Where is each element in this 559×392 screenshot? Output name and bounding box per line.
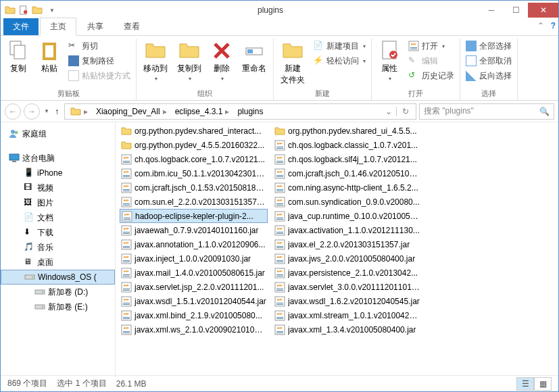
tab-file[interactable]: 文件 bbox=[3, 18, 39, 35]
up-button[interactable]: ↑ bbox=[52, 107, 62, 116]
tab-view[interactable]: 查看 bbox=[114, 18, 149, 35]
qat-newfolder-icon[interactable] bbox=[32, 5, 43, 16]
search-input[interactable]: 搜索 "plugins" 🔍 bbox=[419, 103, 554, 120]
file-item[interactable]: com.sun.el_2.2.0.v201303151357.j... bbox=[120, 195, 268, 209]
file-item[interactable]: javax.persistence_2.1.0.v2013042... bbox=[273, 266, 421, 280]
file-item[interactable]: com.ning.async-http-client_1.6.5.2... bbox=[273, 180, 421, 195]
group-new: 新建 bbox=[276, 89, 368, 100]
breadcrumb-dropdown[interactable]: ⌄ bbox=[381, 107, 396, 116]
file-item[interactable]: com.jcraft.jsch_0.1.46.v2012051020... bbox=[273, 166, 421, 180]
recent-dropdown[interactable]: ▼ bbox=[44, 108, 49, 114]
invert-button[interactable]: 反向选择 bbox=[463, 68, 514, 83]
selectall-button[interactable]: 全部选择 bbox=[463, 39, 514, 53]
refresh-button[interactable]: ↻ bbox=[396, 107, 414, 116]
tree-videos[interactable]: 🎞视频 bbox=[1, 180, 115, 195]
file-item[interactable]: javaewah_0.7.9.v20140101160.jar bbox=[120, 223, 268, 237]
back-button[interactable]: ← bbox=[5, 103, 21, 120]
file-name: org.python.pydev.shared_interact... bbox=[135, 126, 261, 136]
tree-drive-e[interactable]: 新加卷 (E:) bbox=[1, 299, 115, 314]
tree-homegroup[interactable]: 家庭组 bbox=[1, 126, 115, 141]
svg-point-8 bbox=[24, 10, 27, 14]
newfolder-button[interactable]: 新建 文件夹 bbox=[276, 39, 309, 87]
file-item[interactable]: javax.xml.stream_1.0.1.v20100427... bbox=[273, 308, 421, 322]
file-name: com.sun.el_2.2.0.v201303151357.j... bbox=[135, 197, 266, 207]
status-selection: 选中 1 个项目 bbox=[57, 378, 106, 389]
copy-button[interactable]: 复制 bbox=[3, 39, 33, 76]
file-item[interactable]: javax.jws_2.0.0.v201005080400.jar bbox=[273, 251, 421, 266]
file-item[interactable]: com.ibm.icu_50.1.1.v201304230130... bbox=[120, 166, 268, 180]
file-item[interactable]: javax.xml.ws_2.1.0.v200902101052... bbox=[120, 322, 268, 337]
easyaccess-button[interactable]: ⚡轻松访问▾ bbox=[310, 53, 368, 68]
open-button[interactable]: 打开▾ bbox=[406, 39, 457, 53]
view-details-button[interactable]: ☰ bbox=[516, 377, 534, 391]
folder-icon[interactable] bbox=[5, 5, 16, 16]
cut-button[interactable]: ✂剪切 bbox=[66, 39, 133, 53]
delete-button[interactable]: 删除▾ bbox=[207, 39, 237, 83]
minimize-button[interactable]: ─ bbox=[479, 3, 504, 18]
file-item[interactable]: javax.mail_1.4.0.v201005080615.jar bbox=[120, 266, 268, 280]
edit-icon: ✎ bbox=[408, 55, 419, 66]
moveto-button[interactable]: 移动到▾ bbox=[139, 39, 172, 83]
copyto-button[interactable]: 复制到▾ bbox=[173, 39, 205, 83]
forward-button[interactable]: → bbox=[24, 103, 40, 120]
file-name: javax.servlet.jsp_2.2.0.v20111201... bbox=[135, 283, 264, 292]
tree-downloads[interactable]: ⬇下载 bbox=[1, 225, 115, 240]
tree-desktop[interactable]: 🖥桌面 bbox=[1, 255, 115, 270]
file-item[interactable]: java_cup.runtime_0.10.0.v2010050... bbox=[273, 209, 421, 223]
search-icon: 🔍 bbox=[539, 107, 550, 116]
qat-dropdown[interactable]: ▼ bbox=[47, 5, 57, 16]
file-item[interactable]: javax.annotation_1.1.0.v20120906... bbox=[120, 237, 268, 251]
tab-home[interactable]: 主页 bbox=[40, 18, 76, 36]
tree-documents[interactable]: 📄文档 bbox=[1, 210, 115, 225]
group-open: 打开 bbox=[374, 89, 457, 100]
file-item[interactable]: org.python.pydev.shared_interact... bbox=[120, 124, 268, 138]
group-organize: 组织 bbox=[139, 89, 270, 100]
breadcrumb[interactable]: ▸ Xiaoping_Dev_All▸ eclipse_4.3.1▸ plugi… bbox=[64, 103, 416, 120]
tree-pictures[interactable]: 🖼图片 bbox=[1, 195, 115, 210]
view-icons-button[interactable]: ▦ bbox=[534, 377, 552, 391]
file-name: javax.inject_1.0.0.v20091030.jar bbox=[135, 254, 251, 264]
file-item[interactable]: javax.el_2.2.0.v201303151357.jar bbox=[273, 237, 421, 251]
file-item[interactable]: javax.wsdl_1.6.2.v201012040545.jar bbox=[273, 294, 421, 308]
file-item[interactable]: javax.servlet.jsp_2.2.0.v20111201... bbox=[120, 280, 268, 294]
svg-rect-12 bbox=[45, 45, 53, 57]
file-item[interactable]: ch.qos.logback.core_1.0.7.v20121... bbox=[120, 152, 268, 166]
tree-music[interactable]: 🎵音乐 bbox=[1, 240, 115, 255]
file-item[interactable]: javax.servlet_3.0.0.v201112011011... bbox=[273, 280, 421, 294]
tree-iphone[interactable]: 📱iPhone bbox=[1, 166, 115, 180]
close-button[interactable]: ✕ bbox=[528, 3, 558, 18]
help-icon[interactable]: ? bbox=[551, 21, 556, 30]
tree-thispc[interactable]: 这台电脑 bbox=[1, 151, 115, 166]
maximize-button[interactable]: ☐ bbox=[504, 3, 528, 18]
file-item[interactable]: com.jcraft.jsch_0.1.53.v201508180... bbox=[120, 180, 268, 195]
file-list[interactable]: org.python.pydev.shared_interact...org.p… bbox=[116, 122, 558, 376]
paste-button[interactable]: 粘贴 bbox=[34, 39, 64, 76]
newitem-button[interactable]: 📄新建项目▾ bbox=[310, 39, 368, 53]
qat-props-icon[interactable] bbox=[18, 5, 29, 16]
file-item[interactable]: org.python.pydev.shared_ui_4.5.5... bbox=[273, 124, 421, 138]
file-item[interactable]: hadoop-eclipse-kepler-plugin-2... bbox=[120, 209, 268, 223]
selectnone-button[interactable]: 全部取消 bbox=[463, 53, 514, 68]
nav-tree[interactable]: 家庭组 这台电脑 📱iPhone 🎞视频 🖼图片 📄文档 ⬇下载 🎵音乐 🖥桌面… bbox=[1, 122, 116, 376]
rename-button[interactable]: 重命名 bbox=[238, 39, 270, 76]
tree-win8[interactable]: Windows8_OS ( bbox=[1, 270, 115, 285]
file-item[interactable]: javax.wsdl_1.5.1.v201012040544.jar bbox=[120, 294, 268, 308]
tab-share[interactable]: 共享 bbox=[78, 18, 113, 35]
file-item[interactable]: javax.inject_1.0.0.v20091030.jar bbox=[120, 251, 268, 266]
file-item[interactable]: ch.qos.logback.slf4j_1.0.7.v20121... bbox=[273, 152, 421, 166]
file-name: ch.qos.logback.core_1.0.7.v20121... bbox=[135, 155, 265, 164]
file-item[interactable]: javax.activation_1.1.0.v201211130... bbox=[273, 223, 421, 237]
file-item[interactable]: org.python.pydev_4.5.5.20160322... bbox=[120, 138, 268, 152]
easyaccess-icon: ⚡ bbox=[313, 55, 324, 66]
file-item[interactable]: ch.qos.logback.classic_1.0.7.v201... bbox=[273, 138, 421, 152]
tree-drive-d[interactable]: 新加卷 (D:) bbox=[1, 285, 115, 299]
file-name: javax.xml.bind_2.1.9.v201005080... bbox=[135, 311, 262, 320]
file-item[interactable]: javax.xml.bind_2.1.9.v201005080... bbox=[120, 308, 268, 322]
collapse-ribbon-icon[interactable]: ⌃ bbox=[537, 21, 544, 30]
properties-button[interactable]: 属性▾ bbox=[374, 39, 404, 83]
file-item[interactable]: com.sun.syndication_0.9.0.v20080... bbox=[273, 195, 421, 209]
file-name: javaewah_0.7.9.v20140101160.jar bbox=[135, 226, 258, 235]
history-button[interactable]: ↺历史记录 bbox=[406, 68, 457, 83]
copypath-button[interactable]: 复制路径 bbox=[66, 53, 133, 68]
file-item[interactable]: javax.xml_1.3.4.v201005080400.jar bbox=[273, 322, 421, 337]
